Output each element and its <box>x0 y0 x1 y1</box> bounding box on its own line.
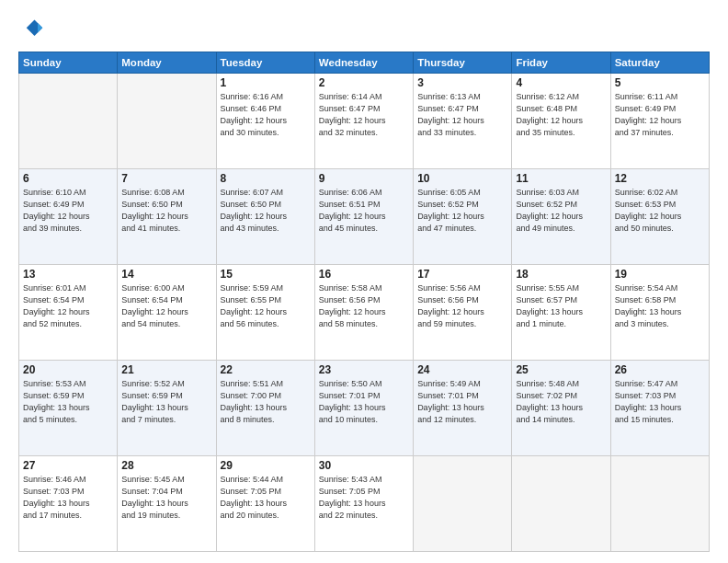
day-info: Sunrise: 6:03 AM Sunset: 6:52 PM Dayligh… <box>516 187 606 235</box>
day-info: Sunrise: 6:01 AM Sunset: 6:54 PM Dayligh… <box>23 282 113 330</box>
day-info: Sunrise: 5:50 AM Sunset: 7:01 PM Dayligh… <box>319 378 409 426</box>
calendar-cell: 7Sunrise: 6:08 AM Sunset: 6:50 PM Daylig… <box>118 169 216 265</box>
day-info: Sunrise: 6:02 AM Sunset: 6:53 PM Dayligh… <box>615 187 705 235</box>
day-number: 13 <box>23 268 113 281</box>
day-number: 19 <box>615 268 705 281</box>
day-of-week-header: Sunday <box>19 52 118 74</box>
calendar-cell: 19Sunrise: 5:54 AM Sunset: 6:58 PM Dayli… <box>610 265 709 361</box>
calendar-cell: 23Sunrise: 5:50 AM Sunset: 7:01 PM Dayli… <box>314 361 413 456</box>
day-info: Sunrise: 5:43 AM Sunset: 7:05 PM Dayligh… <box>319 474 409 522</box>
day-number: 10 <box>417 172 507 185</box>
calendar-cell: 5Sunrise: 6:11 AM Sunset: 6:49 PM Daylig… <box>610 74 709 169</box>
day-number: 4 <box>516 76 606 89</box>
day-number: 23 <box>319 363 409 376</box>
calendar-cell: 24Sunrise: 5:49 AM Sunset: 7:01 PM Dayli… <box>414 361 512 456</box>
day-number: 8 <box>221 172 311 185</box>
calendar-header-row: SundayMondayTuesdayWednesdayThursdayFrid… <box>19 52 710 74</box>
header <box>18 17 710 42</box>
day-number: 2 <box>319 76 409 89</box>
calendar-cell <box>414 456 512 552</box>
day-info: Sunrise: 6:07 AM Sunset: 6:50 PM Dayligh… <box>221 187 311 235</box>
calendar-week-row: 1Sunrise: 6:16 AM Sunset: 6:46 PM Daylig… <box>19 74 710 169</box>
svg-marker-1 <box>38 23 42 33</box>
calendar-cell: 15Sunrise: 5:59 AM Sunset: 6:55 PM Dayli… <box>216 265 314 361</box>
calendar-cell <box>610 456 709 552</box>
day-number: 20 <box>23 363 113 376</box>
calendar-cell: 1Sunrise: 6:16 AM Sunset: 6:46 PM Daylig… <box>216 74 314 169</box>
day-info: Sunrise: 5:53 AM Sunset: 6:59 PM Dayligh… <box>23 378 113 426</box>
calendar-cell: 20Sunrise: 5:53 AM Sunset: 6:59 PM Dayli… <box>19 361 118 456</box>
calendar-cell: 17Sunrise: 5:56 AM Sunset: 6:56 PM Dayli… <box>414 265 512 361</box>
calendar-cell <box>512 456 610 552</box>
day-number: 9 <box>319 172 409 185</box>
day-number: 16 <box>319 268 409 281</box>
day-info: Sunrise: 5:47 AM Sunset: 7:03 PM Dayligh… <box>615 378 705 426</box>
day-info: Sunrise: 6:00 AM Sunset: 6:54 PM Dayligh… <box>121 282 211 330</box>
calendar: SundayMondayTuesdayWednesdayThursdayFrid… <box>18 52 710 552</box>
calendar-cell: 6Sunrise: 6:10 AM Sunset: 6:49 PM Daylig… <box>19 169 118 265</box>
day-number: 21 <box>121 363 211 376</box>
day-number: 3 <box>417 76 507 89</box>
calendar-cell <box>19 74 118 169</box>
day-of-week-header: Wednesday <box>314 52 413 74</box>
day-info: Sunrise: 6:11 AM Sunset: 6:49 PM Dayligh… <box>615 91 705 139</box>
logo <box>18 17 48 42</box>
day-number: 17 <box>417 268 507 281</box>
day-info: Sunrise: 5:48 AM Sunset: 7:02 PM Dayligh… <box>516 378 606 426</box>
day-of-week-header: Tuesday <box>216 52 314 74</box>
day-of-week-header: Friday <box>512 52 610 74</box>
calendar-cell: 13Sunrise: 6:01 AM Sunset: 6:54 PM Dayli… <box>19 265 118 361</box>
day-number: 15 <box>221 268 311 281</box>
day-number: 7 <box>121 172 211 185</box>
day-info: Sunrise: 5:46 AM Sunset: 7:03 PM Dayligh… <box>23 474 113 522</box>
day-info: Sunrise: 6:08 AM Sunset: 6:50 PM Dayligh… <box>121 187 211 235</box>
logo-icon <box>18 17 44 42</box>
day-info: Sunrise: 5:56 AM Sunset: 6:56 PM Dayligh… <box>417 282 507 330</box>
day-number: 26 <box>615 363 705 376</box>
day-info: Sunrise: 6:16 AM Sunset: 6:46 PM Dayligh… <box>221 91 311 139</box>
day-number: 6 <box>23 172 113 185</box>
calendar-cell: 30Sunrise: 5:43 AM Sunset: 7:05 PM Dayli… <box>314 456 413 552</box>
calendar-cell: 25Sunrise: 5:48 AM Sunset: 7:02 PM Dayli… <box>512 361 610 456</box>
calendar-week-row: 6Sunrise: 6:10 AM Sunset: 6:49 PM Daylig… <box>19 169 710 265</box>
calendar-week-row: 27Sunrise: 5:46 AM Sunset: 7:03 PM Dayli… <box>19 456 710 552</box>
day-info: Sunrise: 6:14 AM Sunset: 6:47 PM Dayligh… <box>319 91 409 139</box>
day-info: Sunrise: 6:13 AM Sunset: 6:47 PM Dayligh… <box>417 91 507 139</box>
calendar-cell: 4Sunrise: 6:12 AM Sunset: 6:48 PM Daylig… <box>512 74 610 169</box>
calendar-cell: 8Sunrise: 6:07 AM Sunset: 6:50 PM Daylig… <box>216 169 314 265</box>
day-info: Sunrise: 5:58 AM Sunset: 6:56 PM Dayligh… <box>319 282 409 330</box>
calendar-cell: 27Sunrise: 5:46 AM Sunset: 7:03 PM Dayli… <box>19 456 118 552</box>
day-info: Sunrise: 5:45 AM Sunset: 7:04 PM Dayligh… <box>121 474 211 522</box>
day-info: Sunrise: 5:54 AM Sunset: 6:58 PM Dayligh… <box>615 282 705 330</box>
day-info: Sunrise: 5:52 AM Sunset: 6:59 PM Dayligh… <box>121 378 211 426</box>
calendar-cell: 2Sunrise: 6:14 AM Sunset: 6:47 PM Daylig… <box>314 74 413 169</box>
day-info: Sunrise: 5:49 AM Sunset: 7:01 PM Dayligh… <box>417 378 507 426</box>
calendar-cell: 18Sunrise: 5:55 AM Sunset: 6:57 PM Dayli… <box>512 265 610 361</box>
day-info: Sunrise: 6:10 AM Sunset: 6:49 PM Dayligh… <box>23 187 113 235</box>
day-info: Sunrise: 5:51 AM Sunset: 7:00 PM Dayligh… <box>221 378 311 426</box>
day-number: 12 <box>615 172 705 185</box>
calendar-week-row: 20Sunrise: 5:53 AM Sunset: 6:59 PM Dayli… <box>19 361 710 456</box>
calendar-cell: 11Sunrise: 6:03 AM Sunset: 6:52 PM Dayli… <box>512 169 610 265</box>
calendar-week-row: 13Sunrise: 6:01 AM Sunset: 6:54 PM Dayli… <box>19 265 710 361</box>
calendar-cell: 14Sunrise: 6:00 AM Sunset: 6:54 PM Dayli… <box>118 265 216 361</box>
day-of-week-header: Thursday <box>414 52 512 74</box>
day-number: 30 <box>319 459 409 472</box>
calendar-cell: 29Sunrise: 5:44 AM Sunset: 7:05 PM Dayli… <box>216 456 314 552</box>
day-number: 1 <box>221 76 311 89</box>
day-number: 18 <box>516 268 606 281</box>
day-number: 14 <box>121 268 211 281</box>
calendar-cell: 3Sunrise: 6:13 AM Sunset: 6:47 PM Daylig… <box>414 74 512 169</box>
calendar-cell: 26Sunrise: 5:47 AM Sunset: 7:03 PM Dayli… <box>610 361 709 456</box>
day-number: 25 <box>516 363 606 376</box>
calendar-cell: 28Sunrise: 5:45 AM Sunset: 7:04 PM Dayli… <box>118 456 216 552</box>
calendar-cell: 22Sunrise: 5:51 AM Sunset: 7:00 PM Dayli… <box>216 361 314 456</box>
calendar-cell: 12Sunrise: 6:02 AM Sunset: 6:53 PM Dayli… <box>610 169 709 265</box>
page: SundayMondayTuesdayWednesdayThursdayFrid… <box>0 0 728 563</box>
day-number: 5 <box>615 76 705 89</box>
calendar-cell: 9Sunrise: 6:06 AM Sunset: 6:51 PM Daylig… <box>314 169 413 265</box>
day-of-week-header: Saturday <box>610 52 709 74</box>
day-number: 24 <box>417 363 507 376</box>
day-info: Sunrise: 6:06 AM Sunset: 6:51 PM Dayligh… <box>319 187 409 235</box>
day-number: 29 <box>221 459 311 472</box>
